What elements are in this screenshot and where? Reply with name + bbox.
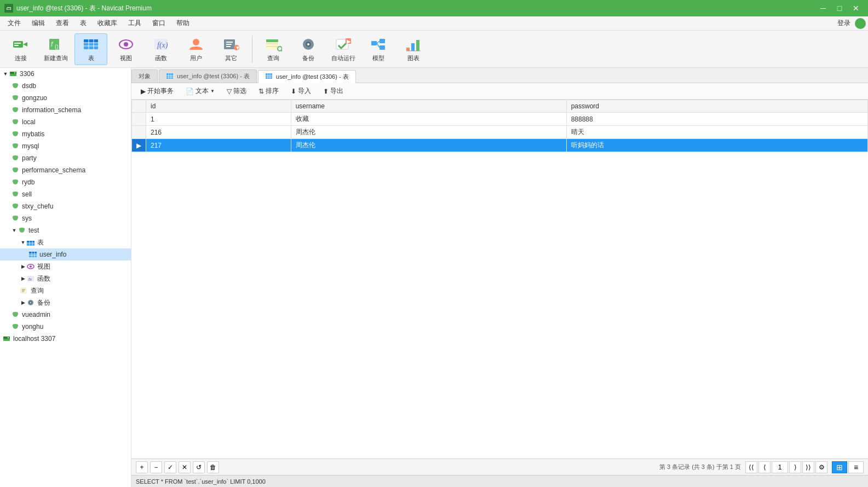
content-area: 对象 user_info @test (3306) - 表 user_info … <box>131 68 868 487</box>
cancel-button[interactable]: ✕ <box>179 461 191 473</box>
export-button[interactable]: ⬆ 导出 <box>318 84 348 98</box>
sidebar-item-mysql[interactable]: mysql <box>0 140 131 152</box>
svg-line-40 <box>377 43 380 48</box>
cell-password[interactable]: 888888 <box>566 113 867 126</box>
nav-last-button[interactable]: ⟩⟩ <box>802 461 814 473</box>
table-row-selected[interactable]: ▶ 217 周杰伦 听妈妈的话 <box>132 139 868 152</box>
sidebar-label: localhost 3307 <box>13 335 55 343</box>
maximize-button[interactable]: □ <box>832 3 847 14</box>
sidebar-item-sys[interactable]: sys <box>0 212 131 224</box>
tab-object[interactable]: 对象 <box>131 69 158 83</box>
sidebar-item-funcs-folder[interactable]: ▶ fx 函数 <box>0 273 131 285</box>
sidebar-item-mybatis[interactable]: mybatis <box>0 128 131 140</box>
menu-help[interactable]: 帮助 <box>171 17 195 30</box>
sidebar-item-backup-folder[interactable]: ▶ 备份 <box>0 297 131 309</box>
sidebar-item-user-info[interactable]: user_info <box>0 248 131 260</box>
menu-table[interactable]: 表 <box>74 17 92 30</box>
import-button[interactable]: ⬇ 导入 <box>286 84 316 98</box>
db-icon <box>11 214 20 223</box>
sidebar-item-gongzuo[interactable]: gongzuo <box>0 92 131 104</box>
toolbar-backup[interactable]: 备份 <box>292 33 325 65</box>
arrow-icon: ▶ <box>20 264 26 269</box>
sidebar-item-queries-folder[interactable]: 查询 <box>0 285 131 297</box>
tab-table1[interactable]: user_info @test (3306) - 表 <box>159 69 257 83</box>
sidebar-item-test[interactable]: ▼ test <box>0 224 131 236</box>
sidebar-item-performance-schema[interactable]: performance_schema <box>0 164 131 176</box>
svg-line-39 <box>377 41 380 43</box>
sidebar-item-3306[interactable]: ▼ 3306 <box>0 68 131 80</box>
toolbar-table[interactable]: 表 <box>74 33 107 65</box>
menu-view[interactable]: 查看 <box>50 17 74 30</box>
login-button[interactable]: 登录 <box>837 19 850 28</box>
export-label: 导出 <box>330 86 343 96</box>
nav-prev-button[interactable]: ⟨ <box>758 461 771 473</box>
confirm-button[interactable]: ✓ <box>164 461 176 473</box>
svg-rect-67 <box>29 252 37 254</box>
add-row-button[interactable]: + <box>136 461 148 473</box>
sidebar-item-localhost3307[interactable]: localhost 3307 <box>0 333 131 345</box>
cell-password[interactable]: 听妈妈的话 <box>566 139 867 152</box>
sidebar-label: gongzuo <box>22 94 47 102</box>
sidebar-item-yonghu[interactable]: yonghu <box>0 321 131 333</box>
toolbar-connect[interactable]: 连接 <box>4 33 37 65</box>
menu-favorites[interactable]: 收藏库 <box>92 17 123 30</box>
import-icon: ⬇ <box>291 88 296 95</box>
sidebar-item-views-folder[interactable]: ▶ 视图 <box>0 260 131 273</box>
table-row[interactable]: 1 收藏 888888 <box>132 113 868 126</box>
toolbar-chart[interactable]: 图表 <box>397 33 430 65</box>
settings-button[interactable]: ⚙ <box>815 461 827 473</box>
nav-next-button[interactable]: ⟩ <box>789 461 801 473</box>
sidebar-item-information-schema[interactable]: information_schema <box>0 104 131 116</box>
cell-username[interactable]: 周杰伦 <box>291 126 566 139</box>
cell-id[interactable]: 1 <box>146 113 291 126</box>
sidebar-item-dsdb[interactable]: dsdb <box>0 80 131 92</box>
form-view-button[interactable]: ≡ <box>848 461 864 473</box>
cell-password[interactable]: 晴天 <box>566 126 867 139</box>
sort-button[interactable]: ⇅ 排序 <box>254 84 284 98</box>
sidebar-item-sell[interactable]: sell <box>0 188 131 200</box>
table-tab-icon <box>166 73 174 80</box>
toolbar-user[interactable]: 用户 <box>180 33 212 65</box>
toolbar-view[interactable]: 视图 <box>110 33 142 65</box>
sidebar-item-tables-folder[interactable]: ▼ 表 <box>0 236 131 248</box>
toolbar-query[interactable]: 查询 <box>257 33 290 65</box>
column-header-username[interactable]: username <box>291 100 566 113</box>
menu-window[interactable]: 窗口 <box>147 17 171 30</box>
cell-id[interactable]: 217 <box>146 139 291 152</box>
toolbar-func[interactable]: f(x) 函数 <box>145 33 177 65</box>
sidebar-item-stxy-chefu[interactable]: stxy_chefu <box>0 200 131 212</box>
cell-id[interactable]: 216 <box>146 126 291 139</box>
column-header-id[interactable]: id <box>146 100 291 113</box>
toolbar-autorun[interactable]: ▶ 自动运行 <box>327 33 360 65</box>
toolbar-newquery[interactable]: f () 新建查询 <box>39 33 72 65</box>
sidebar-item-local[interactable]: local <box>0 116 131 128</box>
menu-tools[interactable]: 工具 <box>123 17 147 30</box>
minimize-button[interactable]: ─ <box>815 3 831 14</box>
begin-tx-button[interactable]: ▶ 开始事务 <box>136 84 179 98</box>
page-number-input[interactable] <box>772 461 788 473</box>
sidebar-item-vueadmin[interactable]: vueadmin <box>0 309 131 321</box>
toolbar-other[interactable]: ▼ 其它 <box>215 33 248 65</box>
table-icon <box>28 250 37 259</box>
column-header-password[interactable]: password <box>566 100 867 113</box>
sidebar-item-party[interactable]: party <box>0 152 131 164</box>
cell-username[interactable]: 周杰伦 <box>291 139 566 152</box>
sidebar-item-rydb[interactable]: rydb <box>0 176 131 188</box>
menu-file[interactable]: 文件 <box>2 17 26 30</box>
nav-first-button[interactable]: ⟨⟨ <box>745 461 757 473</box>
toolbar-model[interactable]: 模型 <box>362 33 395 65</box>
table-row[interactable]: 216 周杰伦 晴天 <box>132 126 868 139</box>
svg-text:f(x): f(x) <box>157 41 168 50</box>
text-button[interactable]: 📄 文本 ▼ <box>181 84 220 98</box>
delete-button[interactable]: 🗑 <box>207 461 219 473</box>
cell-username[interactable]: 收藏 <box>291 113 566 126</box>
refresh-button[interactable]: ↺ <box>193 461 205 473</box>
grid-view-button[interactable]: ⊞ <box>832 461 847 473</box>
filter-button[interactable]: ▽ 筛选 <box>222 84 251 98</box>
menu-edit[interactable]: 编辑 <box>26 17 50 30</box>
tab-table2[interactable]: user_info @test (3306) - 表 <box>258 70 356 83</box>
close-button[interactable]: ✕ <box>848 3 864 14</box>
remove-row-button[interactable]: − <box>150 461 162 473</box>
svg-point-17 <box>193 39 199 45</box>
toolbar: 连接 f () 新建查询 表 <box>0 31 868 68</box>
